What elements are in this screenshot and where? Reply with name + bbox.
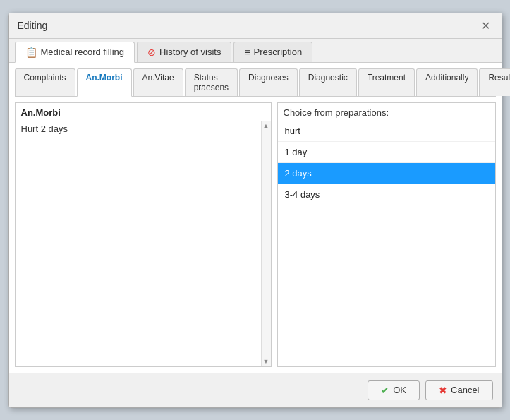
subtab-result[interactable]: Result xyxy=(479,68,510,96)
tab-prescription-label: Prescription xyxy=(254,47,303,57)
cancel-label: Cancel xyxy=(451,385,479,395)
choice-item-1day[interactable]: 1 day xyxy=(278,142,495,163)
tab-history-label: History of visits xyxy=(159,47,221,57)
subtab-anvitae[interactable]: An.Vitae xyxy=(133,68,183,96)
cancel-button[interactable]: ✖ Cancel xyxy=(425,380,492,400)
editing-dialog: Editing ✕ 📋 Medical record filling ⊘ His… xyxy=(8,13,502,408)
ok-label: OK xyxy=(393,385,406,395)
scroll-track: ▲ ▼ xyxy=(261,121,271,366)
tab-prescription[interactable]: ≡ Prescription xyxy=(233,42,312,62)
tab-medical-record-label: Medical record filling xyxy=(41,47,125,57)
history-icon: ⊘ xyxy=(147,47,156,58)
subtab-diagnoses[interactable]: Diagnoses xyxy=(239,68,298,96)
top-tabs: 📋 Medical record filling ⊘ History of vi… xyxy=(9,39,502,63)
subtab-additionally[interactable]: Additionally xyxy=(416,68,478,96)
subtab-status[interactable]: Status praesens xyxy=(185,68,238,96)
dialog-title: Editing xyxy=(18,20,48,31)
left-panel-scroll[interactable]: Hurt 2 days ▲ ▼ xyxy=(16,121,271,366)
choice-title: Choice from preparations: xyxy=(278,103,495,121)
subtab-diagnostic[interactable]: Diagnostic xyxy=(299,68,357,96)
right-panel: Choice from preparations: hurt 1 day 2 d… xyxy=(277,102,496,367)
sub-tabs: Complaints An.Morbi An.Vitae Status prae… xyxy=(15,68,496,97)
choice-item-2days[interactable]: 2 days xyxy=(278,163,495,184)
choice-item-hurt[interactable]: hurt xyxy=(278,121,495,142)
tab-medical-record[interactable]: 📋 Medical record filling xyxy=(15,42,135,63)
subtab-complaints[interactable]: Complaints xyxy=(15,68,75,96)
content-panels: An.Morbi Hurt 2 days ▲ ▼ Choice from pre… xyxy=(15,102,496,367)
subtab-anmorbi[interactable]: An.Morbi xyxy=(77,68,132,97)
cancel-icon: ✖ xyxy=(439,385,447,396)
scroll-up-arrow[interactable]: ▲ xyxy=(263,122,269,129)
choice-list: hurt 1 day 2 days 3-4 days xyxy=(278,121,495,366)
left-panel-content: Hurt 2 days xyxy=(16,121,271,137)
prescription-icon: ≡ xyxy=(244,47,250,58)
dialog-footer: ✔ OK ✖ Cancel xyxy=(9,373,502,407)
ok-button[interactable]: ✔ OK xyxy=(368,380,420,400)
scroll-down-arrow[interactable]: ▼ xyxy=(263,358,269,365)
subtab-treatment[interactable]: Treatment xyxy=(358,68,415,96)
close-button[interactable]: ✕ xyxy=(478,19,493,32)
medical-record-icon: 📋 xyxy=(25,47,37,58)
left-panel: An.Morbi Hurt 2 days ▲ ▼ xyxy=(15,102,272,367)
choice-item-3-4days[interactable]: 3-4 days xyxy=(278,184,495,205)
ok-icon: ✔ xyxy=(381,385,389,396)
tab-history-of-visits[interactable]: ⊘ History of visits xyxy=(137,42,231,62)
titlebar: Editing ✕ xyxy=(9,13,502,39)
left-panel-title: An.Morbi xyxy=(16,103,271,121)
main-content: Complaints An.Morbi An.Vitae Status prae… xyxy=(9,63,502,373)
